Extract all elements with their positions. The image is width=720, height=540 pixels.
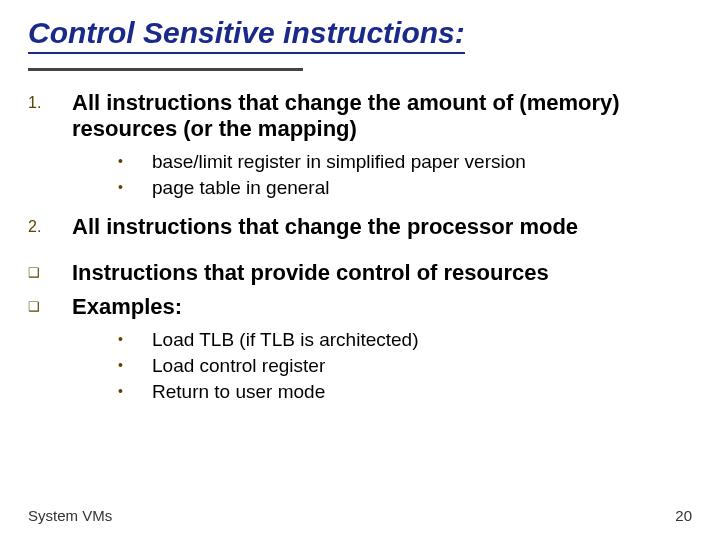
sub-text: Return to user mode bbox=[152, 380, 325, 404]
sub-item: • Return to user mode bbox=[118, 380, 692, 404]
bullet-icon: • bbox=[118, 176, 152, 198]
sub-item: • page table in general bbox=[118, 176, 692, 200]
sub-list: • Load TLB (if TLB is architected) • Loa… bbox=[118, 328, 692, 404]
sub-list: • base/limit register in simplified pape… bbox=[118, 150, 692, 200]
bullet-icon: • bbox=[118, 354, 152, 376]
list-marker: 2. bbox=[28, 214, 72, 240]
note-item: ❑ Examples: bbox=[28, 294, 692, 320]
note-text: Examples: bbox=[72, 294, 182, 320]
slide-title: Control Sensitive instructions: bbox=[28, 16, 465, 54]
footer-left: System VMs bbox=[28, 507, 112, 524]
list-text: All instructions that change the amount … bbox=[72, 90, 692, 142]
title-rule bbox=[28, 68, 303, 71]
list-item: 2. All instructions that change the proc… bbox=[28, 214, 692, 240]
sub-text: base/limit register in simplified paper … bbox=[152, 150, 526, 174]
bullet-icon: • bbox=[118, 328, 152, 350]
list-text: All instructions that change the process… bbox=[72, 214, 578, 240]
sub-item: • base/limit register in simplified pape… bbox=[118, 150, 692, 174]
list-item: 1. All instructions that change the amou… bbox=[28, 90, 692, 142]
sub-item: • Load TLB (if TLB is architected) bbox=[118, 328, 692, 352]
note-text: Instructions that provide control of res… bbox=[72, 260, 549, 286]
bullet-icon: • bbox=[118, 380, 152, 402]
slide: Control Sensitive instructions: 1. All i… bbox=[0, 0, 720, 540]
list-marker: 1. bbox=[28, 90, 72, 116]
slide-body: 1. All instructions that change the amou… bbox=[28, 90, 692, 418]
square-bullet-icon: ❑ bbox=[28, 260, 72, 286]
sub-text: Load TLB (if TLB is architected) bbox=[152, 328, 418, 352]
page-number: 20 bbox=[675, 507, 692, 524]
sub-text: Load control register bbox=[152, 354, 325, 378]
note-item: ❑ Instructions that provide control of r… bbox=[28, 260, 692, 286]
bullet-icon: • bbox=[118, 150, 152, 172]
sub-text: page table in general bbox=[152, 176, 329, 200]
spacer bbox=[28, 248, 692, 260]
sub-item: • Load control register bbox=[118, 354, 692, 378]
square-bullet-icon: ❑ bbox=[28, 294, 72, 320]
